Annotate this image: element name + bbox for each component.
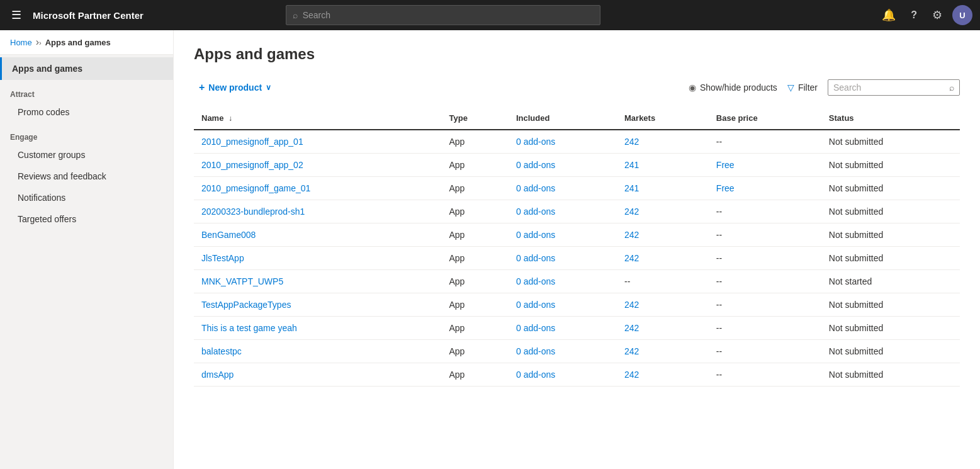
sidebar-section-attract: Attract — [0, 80, 173, 101]
sidebar-item-reviews-feedback[interactable]: Reviews and feedback — [0, 166, 173, 187]
hamburger-icon[interactable]: ☰ — [8, 6, 25, 25]
cell-status: Not submitted — [821, 200, 960, 223]
toolbar-right: ◉ Show/hide products ▽ Filter ⌕ — [689, 79, 960, 96]
markets-link[interactable]: 242 — [624, 370, 639, 380]
col-header-name[interactable]: Name ↓ — [194, 107, 442, 130]
included-link[interactable]: 0 add-ons — [516, 276, 555, 286]
notifications-icon[interactable]: 🔔 — [877, 6, 901, 25]
included-link[interactable]: 0 add-ons — [516, 206, 555, 217]
col-header-included: Included — [509, 107, 617, 130]
included-link[interactable]: 0 add-ons — [516, 253, 555, 263]
cell-status: Not submitted — [821, 340, 960, 363]
cell-base-price: -- — [709, 130, 821, 154]
product-name-link[interactable]: dmsApp — [201, 370, 234, 380]
sidebar-item-apps-games[interactable]: Apps and games — [0, 57, 173, 80]
breadcrumb-separator: › — [36, 37, 42, 48]
sidebar-item-customer-groups[interactable]: Customer groups — [0, 144, 173, 166]
product-name-link[interactable]: This is a test game yeah — [201, 323, 297, 333]
product-name-link[interactable]: 2010_pmesignoff_app_01 — [201, 137, 303, 147]
col-header-markets: Markets — [617, 107, 709, 130]
show-hide-products-button[interactable]: ◉ Show/hide products — [689, 82, 777, 93]
cell-type: App — [442, 247, 509, 270]
markets-link[interactable]: 242 — [624, 346, 639, 356]
cell-included: 0 add-ons — [509, 340, 617, 363]
table-search-box[interactable]: ⌕ — [828, 79, 960, 96]
cell-markets: 241 — [617, 154, 709, 177]
filter-icon: ▽ — [787, 82, 794, 93]
cell-name: balatestpc — [194, 340, 442, 363]
included-link[interactable]: 0 add-ons — [516, 137, 555, 147]
product-name-link[interactable]: 2010_pmesignoff_app_02 — [201, 160, 303, 170]
product-name-link[interactable]: TestAppPackageTypes — [201, 300, 291, 310]
col-header-type: Type — [442, 107, 509, 130]
table-row: 2010_pmesignoff_app_02App0 add-ons241Fre… — [194, 154, 960, 177]
cell-name: 2010_pmesignoff_game_01 — [194, 177, 442, 200]
included-link[interactable]: 0 add-ons — [516, 346, 555, 356]
cell-base-price: -- — [709, 293, 821, 317]
cell-type: App — [442, 363, 509, 387]
cell-markets: 242 — [617, 340, 709, 363]
avatar[interactable]: U — [952, 5, 972, 25]
table-row: 2010_pmesignoff_app_01App0 add-ons242--N… — [194, 130, 960, 154]
cell-markets: 241 — [617, 177, 709, 200]
col-header-status: Status — [821, 107, 960, 130]
cell-status: Not submitted — [821, 154, 960, 177]
markets-link[interactable]: 242 — [624, 137, 639, 147]
cell-type: App — [442, 223, 509, 247]
cell-type: App — [442, 317, 509, 340]
included-link[interactable]: 0 add-ons — [516, 370, 555, 380]
markets-link[interactable]: 242 — [624, 323, 639, 333]
cell-base-price: -- — [709, 317, 821, 340]
global-search-box[interactable]: ⌕ — [286, 5, 600, 25]
cell-status: Not submitted — [821, 363, 960, 387]
cell-included: 0 add-ons — [509, 154, 617, 177]
page-title: Apps and games — [194, 45, 960, 63]
new-product-button[interactable]: + New product ∨ — [194, 78, 276, 97]
cell-name: TestAppPackageTypes — [194, 293, 442, 317]
markets-link[interactable]: 242 — [624, 300, 639, 310]
cell-included: 0 add-ons — [509, 223, 617, 247]
included-link[interactable]: 0 add-ons — [516, 160, 555, 170]
table-row: JlsTestAppApp0 add-ons242--Not submitted — [194, 247, 960, 270]
cell-status: Not submitted — [821, 317, 960, 340]
cell-name: 2010_pmesignoff_app_01 — [194, 130, 442, 154]
markets-link[interactable]: 242 — [624, 253, 639, 263]
base-price-link[interactable]: Free — [716, 160, 735, 170]
product-name-link[interactable]: balatestpc — [201, 346, 242, 356]
sidebar-item-targeted-offers[interactable]: Targeted offers — [0, 208, 173, 230]
filter-button[interactable]: ▽ Filter — [787, 82, 818, 93]
product-name-link[interactable]: 2010_pmesignoff_game_01 — [201, 183, 310, 193]
cell-type: App — [442, 177, 509, 200]
markets-link[interactable]: 242 — [624, 206, 639, 217]
table-row: dmsAppApp0 add-ons242--Not submitted — [194, 363, 960, 387]
app-layout: Home › Apps and games Apps and games Att… — [0, 30, 980, 469]
product-name-link[interactable]: JlsTestApp — [201, 253, 244, 263]
included-link[interactable]: 0 add-ons — [516, 230, 555, 240]
sort-icon: ↓ — [228, 114, 232, 123]
table-search-input[interactable] — [833, 82, 945, 93]
breadcrumb: Home › Apps and games — [0, 30, 173, 55]
product-name-link[interactable]: BenGame008 — [201, 230, 256, 240]
markets-link[interactable]: 242 — [624, 230, 639, 240]
sidebar-item-notifications[interactable]: Notifications — [0, 187, 173, 208]
markets-link[interactable]: 241 — [624, 183, 639, 193]
markets-link[interactable]: 241 — [624, 160, 639, 170]
included-link[interactable]: 0 add-ons — [516, 300, 555, 310]
global-search-input[interactable] — [303, 10, 594, 20]
help-icon[interactable]: ? — [906, 7, 922, 23]
cell-name: dmsApp — [194, 363, 442, 387]
included-link[interactable]: 0 add-ons — [516, 323, 555, 333]
product-name-link[interactable]: 20200323-bundleprod-sh1 — [201, 206, 305, 217]
cell-markets: 242 — [617, 293, 709, 317]
base-price-link[interactable]: Free — [716, 183, 735, 193]
settings-icon[interactable]: ⚙ — [927, 6, 947, 25]
sidebar-item-promo-codes[interactable]: Promo codes — [0, 101, 173, 123]
cell-type: App — [442, 200, 509, 223]
table-row: TestAppPackageTypesApp0 add-ons242--Not … — [194, 293, 960, 317]
included-link[interactable]: 0 add-ons — [516, 183, 555, 193]
breadcrumb-home[interactable]: Home — [10, 38, 32, 47]
cell-base-price: -- — [709, 223, 821, 247]
breadcrumb-current: Apps and games — [45, 38, 111, 47]
product-name-link[interactable]: MNK_VATPT_UWP5 — [201, 276, 283, 286]
cell-name: BenGame008 — [194, 223, 442, 247]
